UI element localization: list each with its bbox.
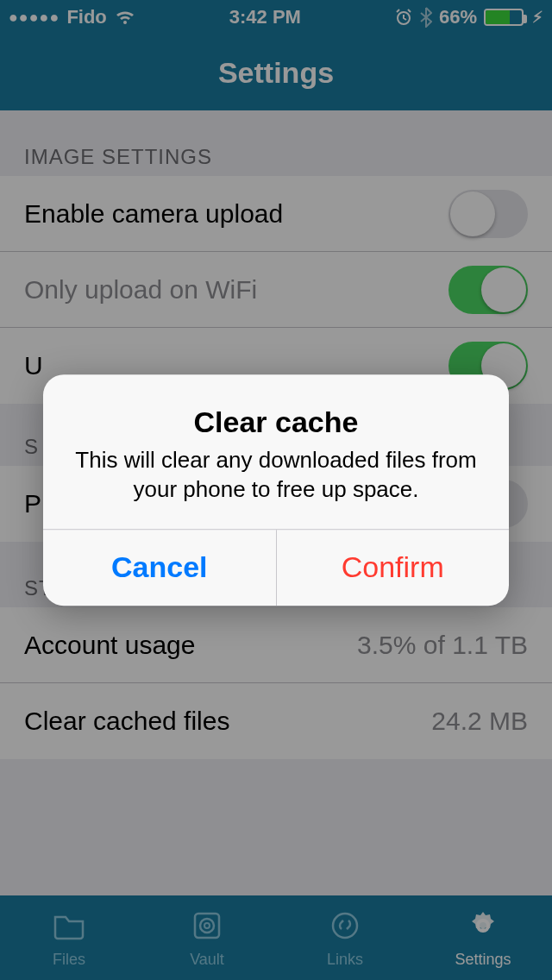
alert-title: Clear cache [67, 405, 485, 439]
confirm-button[interactable]: Confirm [277, 530, 510, 606]
clear-cache-alert: Clear cache This will clear any download… [43, 374, 509, 606]
alert-message: This will clear any downloaded files fro… [67, 446, 485, 505]
cancel-button[interactable]: Cancel [43, 530, 277, 606]
